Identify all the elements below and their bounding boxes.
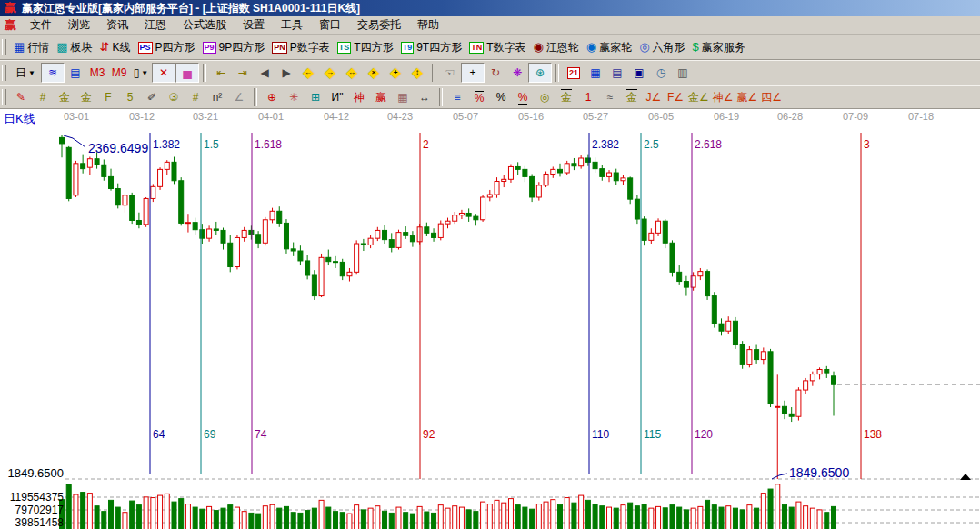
scroll-indicator-triangle[interactable] <box>960 474 971 480</box>
period-selector[interactable]: 日 ▼ <box>10 64 41 82</box>
circle3-tool-icon[interactable]: ③ <box>163 88 185 106</box>
t-square-button[interactable]: TST四方形 <box>334 39 397 56</box>
zoom-right-diamond[interactable]: ◆→ <box>319 65 341 81</box>
angle-ying-icon[interactable]: 赢∠ <box>735 88 760 106</box>
gold-line2-icon[interactable]: 金 <box>621 88 643 106</box>
wave-channel-icon[interactable]: ≈ <box>599 88 621 106</box>
notepad-icon[interactable]: ▤ <box>606 64 628 82</box>
winner-wheel-button[interactable]: ◉赢家轮 <box>583 39 635 56</box>
crosshair-tool-icon[interactable]: + <box>461 63 485 83</box>
high-price-label: 2369.6499 <box>88 141 148 155</box>
wheel-star-icon[interactable]: ✳ <box>283 88 305 106</box>
notepad-icon: ▤ <box>612 66 622 79</box>
system-icon[interactable]: ▥ <box>672 64 694 82</box>
sectors-button[interactable]: ▩板块 <box>53 39 95 56</box>
toolbar-grip[interactable] <box>2 89 6 105</box>
t-table-button[interactable]: TNT数字表 <box>465 39 529 56</box>
info-doc-icon[interactable]: ▤ <box>65 64 86 82</box>
marker-pen-icon[interactable]: ✐ <box>141 88 163 106</box>
price-grid-icon[interactable]: ▦ <box>392 88 414 106</box>
zoom-plus-diamond[interactable]: ◆+ <box>385 65 406 81</box>
gann-flower-icon[interactable]: ❋ <box>506 64 528 82</box>
p-square-button[interactable]: PSP四方形 <box>135 39 199 56</box>
menu-item-1[interactable]: 文件 <box>22 16 60 33</box>
overlay-icon[interactable]: ✕ <box>152 63 175 83</box>
angle-ying-icon: 赢∠ <box>737 90 758 105</box>
zigzag3-icon[interactable]: M3 <box>86 64 108 82</box>
first-page-icon[interactable]: ⇤ <box>210 64 232 82</box>
world-clock-icon[interactable]: ◷ <box>650 64 672 82</box>
marker1-icon[interactable]: 1 <box>577 88 599 106</box>
f-grid-icon[interactable]: F <box>97 88 119 106</box>
gold-grid-icon[interactable]: 金 <box>54 88 75 106</box>
angle-si-icon[interactable]: 四∠ <box>759 88 784 106</box>
five-grid-icon[interactable]: 5 <box>119 88 141 106</box>
toolbar-grip[interactable] <box>2 39 6 55</box>
angle-shen-icon[interactable]: 神∠ <box>711 88 735 106</box>
zoom-x-diamond[interactable]: ◆× <box>363 65 385 81</box>
shen-grid-icon[interactable]: 神 <box>348 88 370 106</box>
menu-item-4[interactable]: 江恩 <box>136 16 175 33</box>
pencil-tool-icon[interactable]: ✎ <box>10 88 32 106</box>
kline-button[interactable]: ⇵K线 <box>96 39 135 56</box>
menu-item-6[interactable]: 设置 <box>235 16 273 33</box>
wave-chart-icon[interactable]: ≋ <box>41 63 65 83</box>
ying-grid-icon[interactable]: 赢 <box>370 88 392 106</box>
marker-pen-icon: ✐ <box>147 91 156 104</box>
next-icon[interactable]: ▶ <box>275 64 297 82</box>
zoom-h-diamond[interactable]: ◆↔ <box>341 65 363 81</box>
n-square-icon[interactable]: n² <box>206 88 228 106</box>
zigzag9-icon[interactable]: M9 <box>108 64 130 82</box>
angle-f-icon[interactable]: F∠ <box>665 88 686 106</box>
prev-icon[interactable]: ◀ <box>254 64 275 82</box>
angle-si-icon: 四∠ <box>761 90 782 105</box>
chart-area[interactable]: 日K线 03-0103-1203-2104-0104-1204-2305-070… <box>0 109 980 529</box>
stats-panel-icon[interactable]: ≡ <box>446 88 468 106</box>
title-bar[interactable]: 赢 赢家江恩专业版[赢家内部服务平台] - [上证指数 SH1A0001-111… <box>0 0 980 16</box>
kline-chart-canvas[interactable]: 03-0103-1203-2104-0104-1204-2305-0705-16… <box>0 109 980 529</box>
p-table-button[interactable]: PNP数字表 <box>268 39 334 56</box>
quotes-button[interactable]: ▦行情 <box>10 39 53 56</box>
menu-item-3[interactable]: 资讯 <box>98 16 136 33</box>
9t-square-button[interactable]: T99T四方形 <box>397 39 466 56</box>
zoom-v-diamond[interactable]: ◆↕ <box>406 65 428 81</box>
angle-j-icon[interactable]: J∠ <box>643 88 665 106</box>
calendar-21-icon[interactable]: 21 <box>563 64 585 82</box>
menu-item-10[interactable]: 帮助 <box>409 16 447 33</box>
menu-item-2[interactable]: 浏览 <box>60 16 98 33</box>
last-page-icon[interactable]: ⇥ <box>232 64 254 82</box>
percent-icon[interactable]: % <box>490 88 512 106</box>
span-tool-icon[interactable]: ↔ <box>414 88 435 106</box>
globe-tool-icon[interactable]: ⊛ <box>528 63 552 83</box>
gold-grid2-icon[interactable]: 金 <box>75 88 97 106</box>
square-target-icon[interactable]: ⊞ <box>305 88 326 106</box>
zoom-left-diamond[interactable]: ◆← <box>297 65 319 81</box>
angle-gold-icon[interactable]: 金∠ <box>686 88 711 106</box>
menu-item-8[interactable]: 窗口 <box>311 16 349 33</box>
9p-square-button[interactable]: P99P四方形 <box>199 39 269 56</box>
date-tick-label: 04-12 <box>324 111 349 122</box>
toolbar-grip[interactable] <box>2 65 6 81</box>
candle-style-icon[interactable]: ▯▼ <box>130 64 152 82</box>
menu-item-9[interactable]: 交易委托 <box>349 16 409 33</box>
menu-item-7[interactable]: 工具 <box>273 16 311 33</box>
grid-tool-icon[interactable]: # <box>32 88 54 106</box>
histogram-icon[interactable]: ▅ <box>175 63 199 83</box>
save-icon[interactable]: ▣ <box>628 64 650 82</box>
t-percent-icon[interactable]: % <box>468 88 490 106</box>
rotate-tool-icon[interactable]: ↻ <box>485 64 506 82</box>
hash-tool-icon[interactable]: # <box>185 88 206 106</box>
angle-ruler-icon[interactable]: ∠ <box>228 88 250 106</box>
gold-line-icon[interactable]: 金 <box>555 88 577 106</box>
menu-item-5[interactable]: 公式选股 <box>175 16 235 33</box>
date-tick-label: 06-28 <box>777 111 803 122</box>
hexagon-button[interactable]: ◎六角形 <box>635 39 688 56</box>
red-target-icon[interactable]: ⊕ <box>261 88 283 106</box>
gann-wheel-button[interactable]: ◉江恩轮 <box>530 39 583 56</box>
calculator-icon[interactable]: ▦ <box>585 64 606 82</box>
service-button[interactable]: $赢家服务 <box>689 39 749 56</box>
hand-tool-icon[interactable]: ☜ <box>439 64 461 82</box>
n-quote-icon[interactable]: И" <box>326 88 348 106</box>
percent-line-icon[interactable]: % <box>512 88 534 106</box>
gold-circle-icon[interactable]: ◎ <box>534 88 555 106</box>
